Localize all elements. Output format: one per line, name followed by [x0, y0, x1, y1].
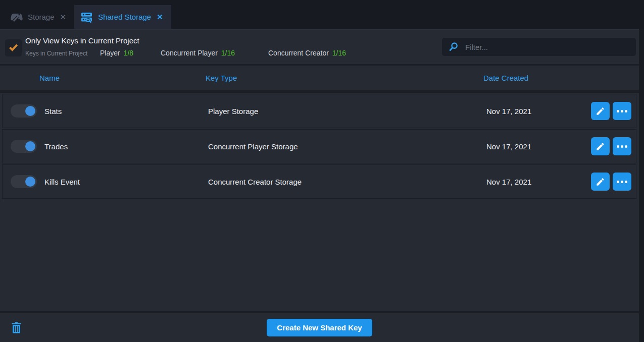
enable-toggle[interactable]	[11, 104, 37, 118]
checkbox-label: Only View Keys in Current Project	[25, 36, 139, 45]
table-row: Kills Event Concurrent Creator Storage N…	[2, 164, 636, 199]
table-header: Name Key Type Date Created	[0, 64, 639, 93]
quota-value: 1/16	[332, 49, 346, 57]
column-header-key-type[interactable]: Key Type	[206, 74, 237, 82]
empty-area	[0, 200, 639, 311]
key-type: Player Storage	[208, 107, 258, 116]
only-view-keys-checkbox[interactable]	[5, 39, 22, 56]
toggle-knob	[25, 106, 35, 116]
filter-box	[442, 38, 636, 56]
toggle-knob	[25, 177, 35, 187]
toggle-knob	[25, 141, 35, 151]
pencil-icon	[596, 177, 605, 187]
ellipsis-icon	[617, 145, 619, 148]
close-icon[interactable]: ✕	[59, 12, 68, 22]
key-list: Stats Player Storage Nov 17, 2021 Trades…	[0, 93, 639, 200]
quota-label: Player	[100, 49, 120, 57]
key-name: Stats	[44, 107, 62, 116]
filter-input[interactable]	[442, 38, 636, 56]
quota-label: Concurrent Creator	[268, 49, 329, 57]
tab-shared-storage[interactable]: Shared Storage ✕	[74, 5, 171, 29]
key-type: Concurrent Player Storage	[208, 142, 298, 151]
row-actions	[591, 173, 631, 191]
search-icon	[448, 41, 459, 52]
pencil-icon	[596, 106, 605, 116]
date-created: Nov 17, 2021	[486, 142, 531, 151]
player-quota: Player 1/8	[100, 49, 133, 57]
enable-toggle[interactable]	[11, 175, 37, 188]
edit-button[interactable]	[591, 173, 610, 191]
tab-bar: Storage ✕ Shared Storage ✕	[0, 0, 644, 29]
delete-button[interactable]	[11, 322, 22, 333]
tab-label: Shared Storage	[98, 13, 151, 21]
date-created: Nov 17, 2021	[486, 178, 531, 186]
key-name: Trades	[44, 142, 68, 151]
date-created: Nov 17, 2021	[486, 107, 531, 116]
footer-bar: Create New Shared Key	[0, 311, 639, 342]
quota-label: Concurrent Player	[161, 49, 218, 57]
table-row: Stats Player Storage Nov 17, 2021	[2, 94, 636, 128]
edit-button[interactable]	[591, 137, 610, 155]
table-row: Trades Concurrent Player Storage Nov 17,…	[2, 129, 636, 163]
tab-storage[interactable]: Storage ✕	[4, 5, 74, 29]
keys-in-project-label: Keys in Current Project	[25, 50, 87, 57]
row-actions	[591, 137, 631, 155]
key-type: Concurrent Creator Storage	[208, 178, 302, 186]
column-header-name[interactable]: Name	[39, 74, 60, 82]
trash-icon	[11, 322, 22, 333]
enable-toggle[interactable]	[11, 140, 37, 153]
shared-storage-window: { "tabs": [ { "label": "Storage", "icon"…	[0, 0, 644, 342]
create-new-shared-key-button[interactable]: Create New Shared Key	[267, 319, 372, 336]
gamepad-wrench-icon	[10, 12, 23, 23]
shared-storage-panel: Only View Keys in Current Project Keys i…	[0, 29, 639, 342]
more-options-button[interactable]	[613, 173, 631, 191]
tab-label: Storage	[28, 13, 55, 21]
close-icon[interactable]: ✕	[156, 12, 164, 22]
column-header-date-created[interactable]: Date Created	[483, 74, 528, 82]
concurrent-player-quota: Concurrent Player 1/16	[161, 49, 235, 57]
more-options-button[interactable]	[613, 137, 631, 155]
key-name: Kills Event	[44, 178, 80, 186]
quota-value: 1/8	[124, 49, 133, 57]
checkmark-icon	[8, 42, 19, 54]
quota-value: 1/16	[221, 49, 235, 57]
row-actions	[591, 102, 631, 120]
header-band: Only View Keys in Current Project Keys i…	[0, 30, 639, 64]
concurrent-creator-quota: Concurrent Creator 1/16	[268, 49, 346, 57]
edit-button[interactable]	[591, 102, 610, 120]
server-key-icon	[80, 11, 93, 23]
more-options-button[interactable]	[613, 102, 631, 120]
pencil-icon	[596, 142, 605, 151]
ellipsis-icon	[617, 110, 619, 112]
ellipsis-icon	[617, 181, 619, 183]
